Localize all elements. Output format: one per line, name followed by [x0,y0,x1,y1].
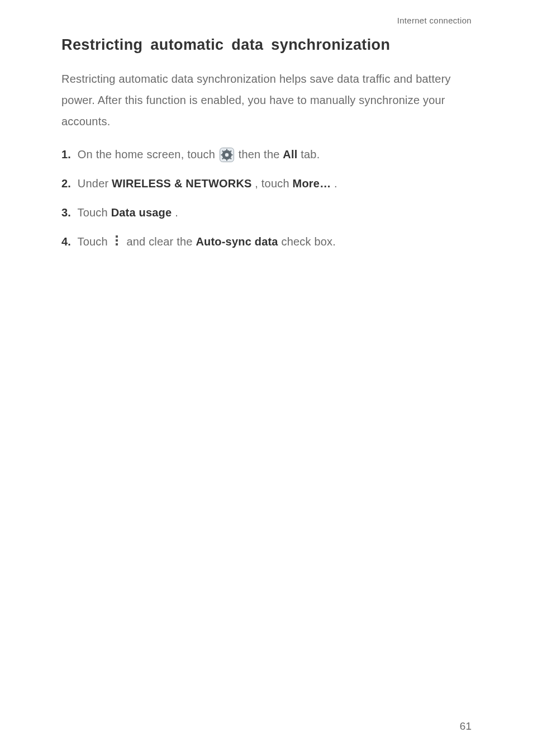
step-number: 2. [61,177,71,190]
svg-rect-5 [221,154,222,155]
step-number: 3. [61,206,71,219]
bold-label: Auto-sync data [196,235,278,248]
svg-rect-6 [231,154,232,155]
step-text: then the [239,148,283,160]
step-text: and clear the [126,235,196,248]
step-number: 4. [61,235,71,248]
section-heading: Restricting automatic data synchronizati… [61,36,472,54]
bold-label: More… [293,177,331,190]
step-text: Under [78,177,112,190]
bold-label: All [283,148,297,160]
step-2: 2. Under WIRELESS & NETWORKS , touch Mor… [61,174,472,192]
step-text: Touch [78,235,111,248]
step-text: check box. [281,235,336,248]
step-3: 3. Touch Data usage . [61,204,472,221]
page: Internet connection Restricting automati… [0,0,533,756]
step-text: Touch [78,206,111,219]
page-number: 61 [460,720,472,733]
intro-paragraph: Restricting automatic data synchronizati… [61,68,472,132]
svg-rect-3 [226,149,227,151]
header-breadcrumb: Internet connection [61,0,472,25]
step-1: 1. On the home screen, touch [61,145,472,163]
step-text: . [175,206,178,219]
overflow-more-icon [113,235,120,247]
step-text: On the home screen, touch [78,148,218,160]
settings-icon [220,148,234,162]
step-number: 1. [61,148,71,160]
step-4: 4. Touch and clear the Auto-sync data ch… [61,233,472,251]
svg-rect-4 [226,159,227,161]
step-text: . [334,177,337,190]
bold-label: WIRELESS & NETWORKS [112,177,251,190]
steps-list: 1. On the home screen, touch [61,145,472,251]
step-text: tab. [301,148,320,160]
bold-label: Data usage [111,206,172,219]
step-text: , touch [255,177,292,190]
svg-point-2 [225,153,229,157]
